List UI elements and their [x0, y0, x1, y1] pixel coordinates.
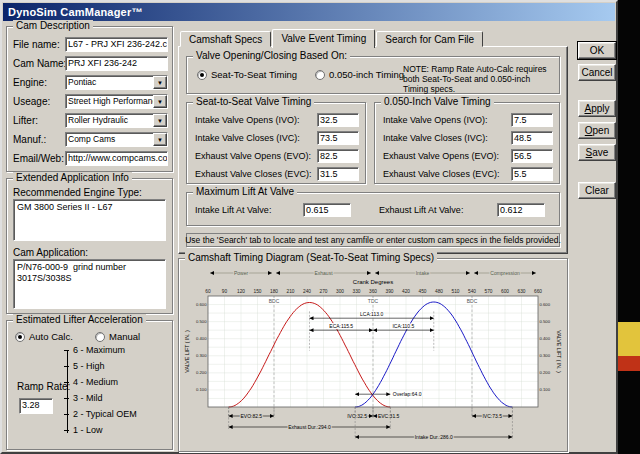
ok-button[interactable]: OK: [578, 42, 616, 59]
manufacturer-select[interactable]: Comp Cams ▼: [65, 132, 168, 147]
ivo-seat-input[interactable]: 32.5: [317, 113, 359, 127]
engine-type-label: Recommended Engine Type:: [13, 187, 142, 198]
seat-timing-group: Seat-to-Seat Valve Timing Intake Valve O…: [186, 102, 366, 184]
svg-text:IVC:73.5: IVC:73.5: [482, 413, 502, 419]
ramp-scale-item: 1 - Low: [64, 425, 103, 435]
tab-valve-event-timing[interactable]: Valve Event Timing: [272, 29, 375, 48]
auto-calc-radio[interactable]: Auto Calc.: [15, 331, 73, 342]
svg-text:0.200: 0.200: [196, 370, 207, 375]
svg-text:BDC: BDC: [467, 298, 478, 304]
save-button[interactable]: Save: [578, 144, 616, 161]
extended-info-group: Extended Application Info Recommended En…: [6, 178, 173, 314]
ramp-scale-item: 2 - Typical OEM: [64, 409, 137, 419]
ivc-seat-input[interactable]: 73.5: [317, 131, 359, 145]
group-title: 0.050-Inch Valve Timing: [381, 96, 494, 107]
email-web-label: Email/Web:: [13, 153, 64, 164]
svg-text:330: 330: [352, 289, 360, 294]
svg-text:Overlap:64.0: Overlap:64.0: [393, 391, 422, 397]
ramp-rate-value[interactable]: 3.28: [19, 398, 53, 414]
open-button[interactable]: Open: [578, 122, 616, 139]
engine-type-textarea[interactable]: GM 3800 Series II - L67: [13, 199, 166, 241]
chevron-down-icon[interactable]: ▼: [153, 95, 167, 108]
email-web-input[interactable]: http://www.compcams.com: [65, 151, 168, 166]
fifty-timing-group: 0.050-Inch Valve Timing Intake Valve Ope…: [374, 102, 560, 184]
ivo-seat-label: Intake Valve Opens (IVO):: [195, 115, 299, 125]
engine-label: Engine:: [13, 77, 47, 88]
file-name-input[interactable]: L67 - PRJ XFI 236-242.cam: [65, 37, 168, 52]
lifter-label: Lifter:: [13, 115, 38, 126]
manual-radio[interactable]: Manual: [95, 331, 140, 342]
title-bar[interactable]: DynoSim CamManager™: [3, 3, 615, 21]
svg-text:540: 540: [468, 289, 476, 294]
svg-text:240: 240: [303, 289, 311, 294]
svg-text:0.600: 0.600: [540, 302, 551, 307]
fifty-thou-radio[interactable]: 0.050-inch Timing: [315, 69, 404, 80]
seat-to-seat-radio[interactable]: Seat-To-Seat Timing: [197, 69, 297, 80]
cam-application-label: Cam Application:: [13, 247, 88, 258]
svg-text:Exhaust: Exhaust: [314, 270, 333, 276]
search-hint-bar: Use the 'Search' tab to locate and test …: [186, 233, 560, 247]
svg-text:0.300: 0.300: [540, 353, 551, 358]
svg-text:Power: Power: [234, 270, 249, 276]
intake-lift-input[interactable]: 0.615: [303, 203, 351, 217]
group-title: Cam Description: [13, 20, 93, 31]
engine-select[interactable]: Pontiac ▼: [65, 75, 168, 90]
svg-text:0.400: 0.400: [196, 336, 207, 341]
svg-text:Intake: Intake: [416, 270, 430, 276]
apply-button[interactable]: Apply: [578, 100, 616, 117]
tab-camshaft-specs[interactable]: Camshaft Specs: [180, 31, 271, 47]
chevron-down-icon[interactable]: ▼: [153, 76, 167, 89]
svg-text:BDC: BDC: [269, 298, 280, 304]
useage-select[interactable]: Street High Performance ▼: [65, 94, 168, 109]
chevron-down-icon[interactable]: ▼: [153, 114, 167, 127]
ivo-050-input[interactable]: 7.5: [511, 113, 553, 127]
max-lift-group: Maximum Lift At Valve Intake Lift At Val…: [186, 192, 560, 226]
svg-text:Intake Dur.:286.0: Intake Dur.:286.0: [415, 434, 453, 440]
cam-description-group: Cam Description File name: L67 - PRJ XFI…: [6, 26, 173, 172]
exhaust-lift-input[interactable]: 0.612: [497, 203, 545, 217]
svg-text:IVO:32.5: IVO:32.5: [347, 413, 367, 419]
svg-text:180: 180: [270, 289, 278, 294]
svg-text:420: 420: [402, 289, 410, 294]
svg-text:0.300: 0.300: [196, 353, 207, 358]
camshaft-timing-chart: BDCTDCBDC6090120150180210240270300330360…: [182, 267, 564, 451]
evo-seat-input[interactable]: 82.5: [317, 149, 359, 163]
svg-text:EVO:82.5: EVO:82.5: [240, 413, 262, 419]
ramp-scale-item: 6 - Maximum: [64, 345, 125, 355]
svg-text:120: 120: [237, 289, 245, 294]
evc-050-input[interactable]: 5.5: [511, 167, 553, 181]
evo-050-input[interactable]: 56.5: [511, 149, 553, 163]
svg-text:0.100: 0.100: [196, 387, 207, 392]
svg-text:ICA:110.5: ICA:110.5: [392, 323, 414, 329]
lifter-select[interactable]: Roller Hydraulic ▼: [65, 113, 168, 128]
ivc-050-input[interactable]: 48.5: [511, 131, 553, 145]
tab-search-cam-file[interactable]: Search for Cam File: [376, 31, 483, 47]
evo-seat-label: Exhaust Valve Opens (EVO):: [195, 151, 311, 161]
useage-label: Useage:: [13, 96, 50, 107]
svg-text:60: 60: [205, 289, 211, 294]
cancel-button[interactable]: Cancel: [578, 64, 616, 81]
svg-text:630: 630: [517, 289, 525, 294]
svg-text:EVC:31.5: EVC:31.5: [378, 413, 400, 419]
clear-button[interactable]: Clear: [578, 182, 616, 199]
svg-text:0.600: 0.600: [196, 302, 207, 307]
evo-050-label: Exhaust Valve Opens (EVO):: [383, 151, 499, 161]
cam-name-input[interactable]: PRJ XFI 236-242: [65, 56, 168, 71]
ramp-rate-label: Ramp Rate:: [17, 381, 70, 392]
svg-text:210: 210: [286, 289, 294, 294]
group-title: Seat-to-Seat Valve Timing: [193, 96, 314, 107]
cam-application-textarea[interactable]: P/N76-000-9 grind number 3017S/3038S: [13, 259, 166, 309]
svg-text:90: 90: [222, 289, 228, 294]
ramp-scale-item: 3 - Mild: [64, 393, 103, 403]
based-on-group: Valve Opening/Closing Based On: Seat-To-…: [186, 56, 560, 94]
lifter-acceleration-group: Estimated Lifter Acceleration Auto Calc.…: [6, 320, 173, 450]
svg-text:450: 450: [418, 289, 426, 294]
svg-text:Exhaust Dur.:294.0: Exhaust Dur.:294.0: [288, 424, 331, 430]
chevron-down-icon[interactable]: ▼: [153, 133, 167, 146]
exhaust-lift-label: Exhaust Lift At Valve:: [379, 205, 463, 215]
evc-seat-input[interactable]: 31.5: [317, 167, 359, 181]
radio-icon: [315, 70, 325, 80]
svg-text:0.100: 0.100: [540, 387, 551, 392]
ramp-scale-item: 4 - Medium: [64, 377, 118, 387]
app-window: DynoSim CamManager™ Cam Description File…: [0, 0, 618, 454]
